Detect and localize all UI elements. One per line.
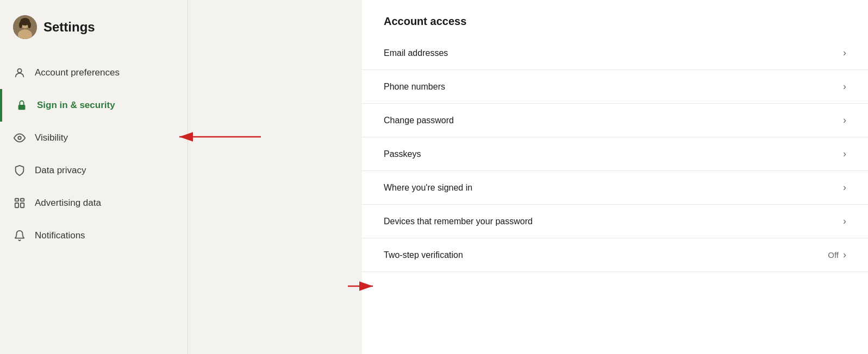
menu-item-change-password[interactable]: Change password › (362, 104, 868, 137)
chevron-right-icon: › (843, 148, 846, 160)
sidebar-item-data-privacy[interactable]: Data privacy (0, 154, 188, 187)
menu-item-two-step-verification[interactable]: Two-step verification Off › (362, 238, 868, 272)
bell-icon (13, 229, 26, 242)
chevron-right-icon: › (843, 115, 846, 126)
sidebar-item-account-preferences[interactable]: Account preferences (0, 56, 188, 89)
gap-area (188, 0, 362, 354)
person-icon (13, 66, 26, 79)
menu-item-label-where-signed-in: Where you're signed in (384, 183, 472, 193)
menu-item-phone-numbers[interactable]: Phone numbers › (362, 70, 868, 104)
svg-point-5 (28, 22, 31, 28)
svg-point-6 (17, 69, 21, 73)
chevron-right-icon: › (843, 182, 846, 193)
sidebar-item-sign-in-security[interactable]: Sign in & security (0, 89, 188, 122)
svg-rect-9 (15, 199, 18, 201)
lock-icon (15, 99, 28, 112)
page-title: Settings (43, 20, 95, 35)
menu-item-label-email: Email addresses (384, 48, 448, 58)
sidebar-item-label-data-privacy: Data privacy (35, 165, 86, 176)
sidebar-item-label-advertising-data: Advertising data (35, 198, 101, 208)
sidebar-item-label-sign-in-security: Sign in & security (37, 100, 115, 111)
menu-item-passkeys[interactable]: Passkeys › (362, 137, 868, 171)
avatar (13, 15, 37, 39)
svg-rect-10 (21, 199, 24, 201)
chevron-right-icon: › (843, 249, 846, 261)
shield-icon (13, 164, 26, 177)
two-step-status: Off (828, 250, 839, 260)
chevron-right-icon: › (843, 47, 846, 59)
eye-icon (13, 131, 26, 144)
sidebar-item-notifications[interactable]: Notifications (0, 219, 188, 252)
menu-item-label-phone: Phone numbers (384, 82, 445, 92)
sidebar-item-visibility[interactable]: Visibility (0, 122, 188, 154)
menu-list: Email addresses › Phone numbers › Change… (362, 36, 868, 272)
sidebar-item-label-account-preferences: Account preferences (35, 67, 120, 78)
sidebar-header: Settings (0, 0, 188, 56)
sidebar-nav: Account preferences Sign in & security (0, 56, 188, 354)
svg-point-8 (18, 136, 21, 140)
svg-rect-12 (21, 203, 24, 207)
menu-item-label-two-step: Two-step verification (384, 250, 463, 260)
section-title: Account access (362, 0, 868, 36)
menu-item-label-change-password: Change password (384, 116, 454, 125)
sidebar-item-label-visibility: Visibility (35, 132, 68, 143)
grid-icon (13, 197, 26, 210)
svg-point-4 (19, 22, 22, 28)
chevron-right-icon: › (843, 81, 846, 92)
menu-item-devices-remember-password[interactable]: Devices that remember your password › (362, 205, 868, 238)
menu-item-label-passkeys: Passkeys (384, 149, 421, 159)
menu-item-label-devices: Devices that remember your password (384, 217, 533, 226)
menu-item-where-signed-in[interactable]: Where you're signed in › (362, 171, 868, 205)
menu-item-email-addresses[interactable]: Email addresses › (362, 36, 868, 70)
chevron-right-icon: › (843, 216, 846, 227)
sidebar-item-label-notifications: Notifications (35, 230, 85, 241)
content-panel: Account access Email addresses › Phone n… (362, 0, 868, 354)
svg-rect-7 (18, 105, 26, 110)
sidebar: Settings Account preferences (0, 0, 188, 354)
svg-rect-11 (15, 203, 18, 207)
sidebar-item-advertising-data[interactable]: Advertising data (0, 187, 188, 219)
